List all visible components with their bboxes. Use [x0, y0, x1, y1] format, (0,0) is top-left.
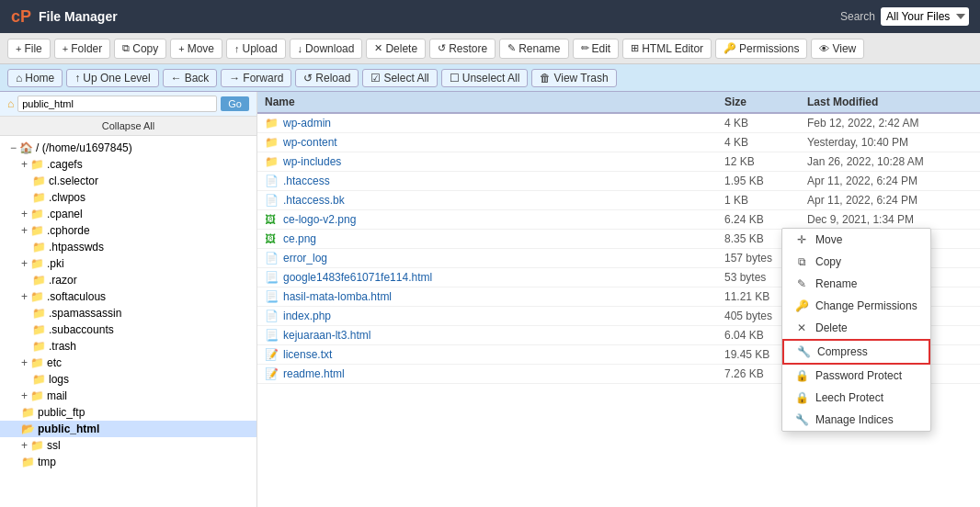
up-one-level-button[interactable]: ↑ Up One Level	[66, 69, 158, 87]
forward-label: Forward	[243, 72, 283, 84]
tree-item-public-ftp[interactable]: 📁 public_ftp	[0, 404, 256, 421]
download-button[interactable]: ↓ Download	[290, 39, 363, 59]
logs-folder-icon: 📁	[32, 373, 46, 386]
tree-item-label: / (/home/u1697845)	[36, 141, 132, 154]
tree-item-cl-selector[interactable]: 📁 cl.selector	[0, 173, 256, 189]
context-delete-label: Delete	[815, 321, 848, 334]
plus-icon8: +	[21, 439, 28, 452]
view-button[interactable]: 👁 View	[811, 39, 864, 59]
unselect-all-icon: ☐	[450, 72, 460, 84]
forward-button[interactable]: → Forward	[221, 69, 291, 87]
tree-item-label: cl.selector	[49, 175, 98, 187]
context-menu-leech-protect[interactable]: 🔒 Leech Protect	[782, 387, 930, 409]
tree-item-logs[interactable]: 📁 logs	[0, 371, 256, 388]
tree-item-root[interactable]: − 🏠 / (/home/u1697845)	[0, 140, 256, 156]
search-select[interactable]: All Your Files	[881, 7, 969, 26]
tree-item-subaccounts[interactable]: 📁 .subaccounts	[0, 321, 256, 338]
tree-item-tmp[interactable]: 📁 tmp	[0, 454, 256, 470]
tree-item-pki[interactable]: + 📁 .pki	[0, 255, 256, 272]
file-button[interactable]: + File	[7, 39, 51, 59]
tree-item-razor[interactable]: 📁 .razor	[0, 272, 256, 288]
cpanel-folder-icon: 📁	[30, 208, 44, 220]
context-menu-move[interactable]: ✛ Move	[782, 229, 930, 251]
up-label: Up One Level	[83, 72, 150, 84]
upload-button[interactable]: ↑ Upload	[226, 39, 286, 59]
table-row[interactable]: 📁 wp-includes 12 KB Jan 26, 2022, 10:28 …	[257, 152, 980, 172]
tree-item-label: public_ftp	[38, 406, 85, 419]
context-menu-change-permissions[interactable]: 🔑 Change Permissions	[782, 295, 930, 317]
edit-icon: ✏	[581, 42, 589, 54]
context-permissions-label: Change Permissions	[815, 299, 917, 312]
tree-item-softaculous[interactable]: + 📁 .softaculous	[0, 288, 256, 305]
select-all-button[interactable]: ☑ Select All	[362, 69, 437, 87]
collapse-all-button[interactable]: Collapse All	[0, 117, 256, 136]
restore-icon: ↺	[438, 42, 446, 54]
delete-button[interactable]: ✕ Delete	[366, 39, 426, 59]
top-bar: cP File Manager Search All Your Files	[0, 0, 980, 33]
context-menu-copy[interactable]: ⧉ Copy	[782, 251, 930, 273]
move-icon: +	[178, 43, 184, 54]
search-label: Search	[840, 10, 875, 23]
tree-item-etc[interactable]: + 📁 etc	[0, 355, 256, 371]
file-date: Jan 26, 2022, 10:28 AM	[807, 155, 973, 168]
tree-item-public-html[interactable]: 📂 public_html	[0, 421, 256, 437]
rename-button[interactable]: ✎ Rename	[499, 39, 568, 59]
tree-item-mail[interactable]: + 📁 mail	[0, 388, 256, 404]
file-size: 12 KB	[724, 155, 807, 168]
context-menu-manage-indices[interactable]: 🔧 Manage Indices	[782, 409, 930, 431]
main-layout: ⌂ Go Collapse All − 🏠 / (/home/u1697845)…	[0, 92, 980, 507]
back-button[interactable]: ← Back	[163, 69, 218, 87]
tree-item-htpasswds[interactable]: 📁 .htpasswds	[0, 239, 256, 255]
view-trash-button[interactable]: 🗑 View Trash	[531, 69, 616, 87]
move-button[interactable]: + Move	[170, 39, 222, 59]
context-menu-delete[interactable]: ✕ Delete	[782, 317, 930, 339]
plus-icon4: +	[21, 257, 28, 270]
unselect-all-button[interactable]: ☐ Unselect All	[441, 69, 529, 87]
tree-item-ssl[interactable]: + 📁 ssl	[0, 437, 256, 454]
php-icon: 📄	[265, 310, 283, 322]
file-date: Apr 11, 2022, 6:24 PM	[807, 175, 973, 187]
edit-button[interactable]: ✏ Edit	[573, 39, 620, 59]
file-list: Name Size Last Modified 📁 wp-admin 4 KB …	[257, 92, 980, 507]
delete-label: Delete	[385, 42, 417, 55]
html-icon: 📃	[265, 271, 283, 284]
leech-ctx-icon: 🔒	[795, 391, 808, 404]
tree-item-label: .subaccounts	[49, 323, 114, 336]
table-row[interactable]: 📁 wp-admin 4 KB Feb 12, 2022, 2:42 AM	[257, 114, 980, 133]
permissions-icon: 🔑	[724, 42, 736, 54]
tree-item-label: .softaculous	[47, 290, 106, 303]
reload-button[interactable]: ↺ Reload	[295, 69, 359, 87]
table-row[interactable]: 📁 wp-content 4 KB Yesterday, 10:40 PM	[257, 133, 980, 152]
file-name: hasil-mata-lomba.html	[283, 290, 724, 303]
folder-button[interactable]: + Folder	[54, 39, 110, 59]
edit-label: Edit	[592, 42, 611, 55]
modified-column-header: Last Modified	[807, 96, 973, 108]
home-button[interactable]: ⌂ Home	[7, 69, 63, 87]
tree-item-trash[interactable]: 📁 .trash	[0, 338, 256, 355]
tree-item-cphorde[interactable]: + 📁 .cphorde	[0, 222, 256, 239]
path-input[interactable]	[17, 96, 217, 112]
tree-item-cagefs[interactable]: + 📁 .cagefs	[0, 156, 256, 173]
tree-item-cpanel[interactable]: + 📁 .cpanel	[0, 206, 256, 222]
context-menu-compress[interactable]: 🔧 Compress	[782, 339, 930, 365]
cphorde-folder-icon: 📁	[30, 224, 44, 237]
file-name: ce-logo-v2.png	[283, 213, 724, 226]
html-editor-button[interactable]: ⊞ HTML Editor	[622, 39, 712, 59]
tree-item-clwpos[interactable]: 📁 .clwpos	[0, 189, 256, 206]
table-row[interactable]: 📄 .htaccess.bk 1 KB Apr 11, 2022, 6:24 P…	[257, 191, 980, 210]
table-row[interactable]: 📄 .htaccess 1.95 KB Apr 11, 2022, 6:24 P…	[257, 172, 980, 191]
image-icon: 🖼	[265, 213, 283, 226]
tree-item-spamassassin[interactable]: 📁 .spamassassin	[0, 305, 256, 321]
plus-icon2: +	[21, 208, 28, 220]
go-button[interactable]: Go	[221, 96, 249, 111]
table-row[interactable]: 🖼 ce-logo-v2.png 6.24 KB Dec 9, 2021, 1:…	[257, 210, 980, 230]
file-name: ce.png	[283, 232, 724, 245]
context-menu-rename[interactable]: ✎ Rename	[782, 273, 930, 295]
permissions-button[interactable]: 🔑 Permissions	[715, 39, 807, 59]
copy-button[interactable]: ⧉ Copy	[114, 39, 166, 59]
file-name: error_log	[283, 252, 724, 265]
restore-button[interactable]: ↺ Restore	[429, 39, 496, 59]
back-icon: ←	[171, 72, 182, 84]
context-menu-password-protect[interactable]: 🔒 Password Protect	[782, 365, 930, 387]
folder-icon: 📁	[265, 136, 283, 149]
